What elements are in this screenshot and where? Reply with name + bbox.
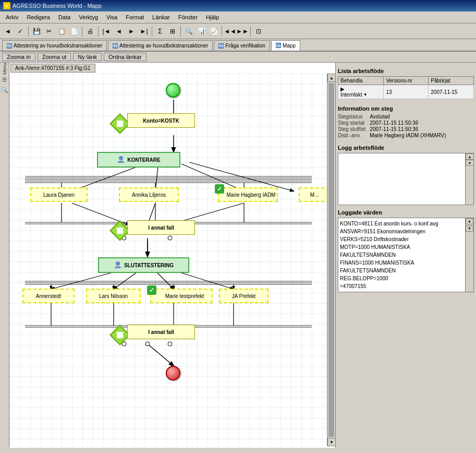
scroll-down-arrow[interactable]: ▼ (327, 438, 335, 446)
ja-prefekt-box: JA Prefekt (219, 289, 268, 303)
menu-format[interactable]: Format (122, 13, 148, 22)
toolbar-btn-12[interactable]: ⊞ (167, 26, 178, 37)
col-versions: Versions-nr (384, 77, 429, 85)
toolbar: ◄ ✓ 💾 ✂ 📋 📄 🖨 |◄ ◄ ► ►| Σ ⊞ 🔍 📊 📈 ◄◄ ►► … (0, 23, 476, 39)
fourth-label: M... (310, 192, 319, 198)
annika-label: Annika Liljeros (132, 192, 166, 198)
logged-scrollbar[interactable]: ▲ ▼ (465, 218, 473, 292)
toolbar-btn-back[interactable]: ◄◄ (224, 26, 236, 37)
menu-visa[interactable]: Visa (103, 13, 121, 22)
btn-ordna-lankar[interactable]: Ordna länkar (104, 53, 147, 61)
btn-zooma-ut[interactable]: Zooma ut (38, 53, 71, 61)
person-icon-1 (117, 156, 125, 164)
logg-scrollbar[interactable]: ▲ ▼ (465, 153, 473, 205)
menu-hjalp[interactable]: Hjälp (202, 13, 223, 22)
btn-zooma-in[interactable]: Zooma in (2, 53, 35, 61)
toolbar-btn-14[interactable]: 📊 (196, 26, 207, 37)
btn-ny-lank[interactable]: Ny länk (73, 53, 102, 61)
toolbar-btn-save[interactable]: 💾 (31, 26, 42, 37)
svg-line-25 (114, 271, 139, 289)
paborjat-cell: 2007-11-15 (429, 85, 474, 99)
menu-lankar[interactable]: Länkar (149, 13, 174, 22)
toolbar-btn-11[interactable]: Σ (154, 26, 166, 37)
scroll-thumb[interactable] (328, 83, 334, 437)
versions-cell: 13 (384, 85, 429, 99)
toolbar-sep-7 (250, 26, 251, 37)
table-row[interactable]: ▶ Internfakt ▼ 13 2007-11-15 (338, 85, 474, 99)
toolbar-btn-13[interactable]: 🔍 (183, 26, 194, 37)
info-steg-title: Information om steg (338, 105, 474, 112)
toolbar-btn-1[interactable]: ◄ (2, 26, 14, 37)
toolbar-btn-8[interactable]: ◄ (113, 26, 125, 37)
log-line-2: VERKS=5210 Driftskostnader (340, 235, 472, 243)
toolbar-btn-15[interactable]: 📈 (208, 26, 219, 37)
toolbar-sep-1 (28, 26, 29, 37)
logged-title: Loggade värden (338, 209, 474, 216)
laura-label: Laura Djanen (43, 192, 75, 198)
canvas-inner[interactable]: Konto=KOSTK KONTERARE Laura Djanen Annik… (9, 74, 335, 446)
menu-redigera[interactable]: Redigera (23, 13, 54, 22)
check-badge-2: ✓ (147, 285, 156, 295)
logg-box[interactable]: ▲ ▼ (338, 153, 474, 205)
canvas-tab-label: Ank-/Vernr:47007155 #:3 Ftg:G1 (10, 64, 95, 73)
stegstatus-value: Avslutad (370, 114, 474, 120)
logg-scroll-down[interactable]: ▼ (466, 160, 474, 166)
toolbar-btn-9[interactable]: ► (126, 26, 137, 37)
toolbar-sep-6 (222, 26, 222, 37)
col-behandla: Behandla (338, 77, 384, 85)
menu-bar: Arkiv Redigera Data Verktyg Visa Format … (0, 11, 476, 23)
menu-arkiv[interactable]: Arkiv (2, 13, 22, 22)
menu-verktyg[interactable]: Verktyg (75, 13, 102, 22)
logged-scroll-down[interactable]: ▼ (466, 225, 473, 232)
toolbar-btn-2[interactable]: ✓ (15, 26, 26, 37)
tab-fraga-verifikation[interactable]: G1 Fråga verifikation (214, 40, 270, 51)
toolbar-btn-4[interactable]: 📋 (56, 26, 67, 37)
tab-attestering-1[interactable]: G1 Attestering av huvudbokstransaktioner (2, 40, 107, 51)
toolbar-btn-10[interactable]: ►| (138, 26, 150, 37)
log-line-5: FINANS=1000 HUMANISTISKA (340, 259, 472, 267)
konto-label: Konto=KOSTK (143, 118, 179, 124)
innatfall-2-label: I annat fall (148, 329, 174, 335)
tab-label-3: Fråga verifikation (225, 43, 265, 49)
slutattestering-box: SLUTATTESTERING (98, 257, 189, 273)
toolbar-btn-3[interactable]: ✂ (43, 26, 55, 37)
person-icon-2 (114, 261, 122, 269)
steg-slutfort-label: Steg slutfört (338, 126, 365, 132)
konto-box: Konto=KOSTK (127, 113, 195, 128)
sidebar-icon-1[interactable]: ☰ (1, 75, 9, 84)
innatfall-2-box: I annat fall (127, 325, 195, 339)
scroll-up-arrow[interactable]: ▲ (327, 74, 335, 82)
tab-attestering-2[interactable]: G1 Attestering av huvudbokstransaktioner (108, 40, 213, 51)
annerstedt-box: Annerstedt (22, 289, 75, 303)
innatfall-1-box: I annat fall (127, 220, 195, 235)
sidebar-icon-menu[interactable]: Menu (1, 65, 9, 73)
toolbar-btn-16[interactable]: ⊡ (253, 26, 264, 37)
lista-table: Behandla Versions-nr Påbörjat ▶ Internfa… (338, 76, 474, 99)
svg-point-46 (168, 342, 172, 346)
toolbar-btn-6[interactable]: 🖨 (84, 26, 96, 37)
menu-fonster[interactable]: Fönster (175, 13, 201, 22)
log-line-8: =47007155 (340, 282, 472, 290)
logg-scroll-up[interactable]: ▲ (466, 153, 474, 160)
tab-mapp[interactable]: G1 Mapp (271, 40, 300, 51)
left-sidebar: Menu ☰ 🔍 (0, 63, 9, 448)
konterare-box: KONTERARE (97, 152, 180, 168)
toolbar-btn-forward[interactable]: ►► (237, 26, 248, 37)
menu-data[interactable]: Data (55, 13, 74, 22)
end-node (166, 366, 180, 380)
tab-icon-3: G1 (218, 43, 224, 49)
dropdown-arrow[interactable]: ▼ (363, 92, 368, 97)
toolbar-btn-5[interactable]: 📄 (68, 26, 80, 37)
annika-box: Annika Liljeros (119, 187, 179, 202)
right-panel: Lista arbetsflöde Behandla Versions-nr P… (335, 63, 476, 448)
laura-box: Laura Djanen (30, 187, 88, 202)
logged-scroll-up[interactable]: ▲ (466, 218, 473, 224)
sidebar-icon-2[interactable]: 🔍 (1, 86, 9, 94)
vertical-scrollbar[interactable]: ▲ ▼ (327, 74, 335, 446)
steg-slutfort-value: 2007-11-15 11:50:36 (370, 126, 474, 132)
tab-icon-2: G1 (113, 43, 118, 49)
svg-point-48 (116, 261, 120, 266)
marie-hagberg-label: Marie Hagberg IADM (227, 192, 276, 198)
toolbar-btn-7[interactable]: |◄ (101, 26, 112, 37)
ja-prefekt-label: JA Prefekt (232, 293, 256, 299)
